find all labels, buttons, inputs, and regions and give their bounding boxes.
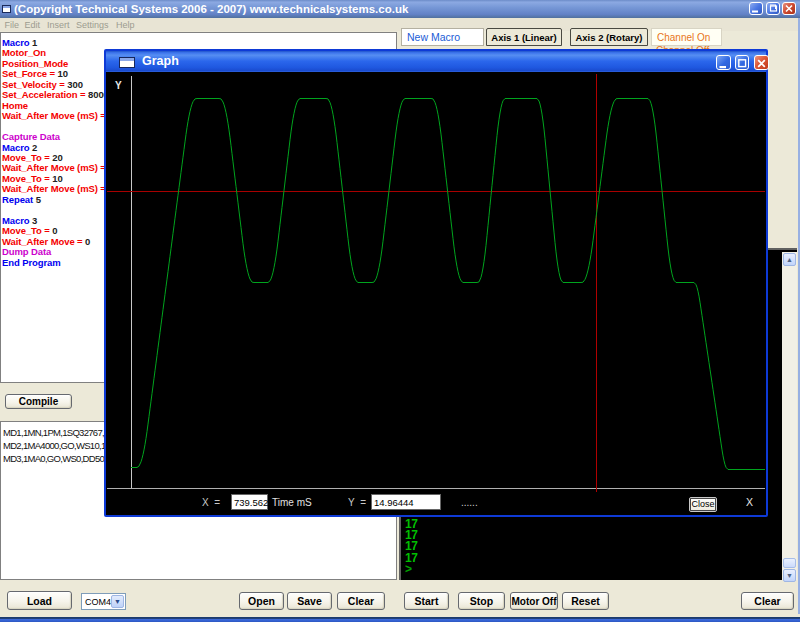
svg-text:Y: Y: [115, 80, 122, 91]
